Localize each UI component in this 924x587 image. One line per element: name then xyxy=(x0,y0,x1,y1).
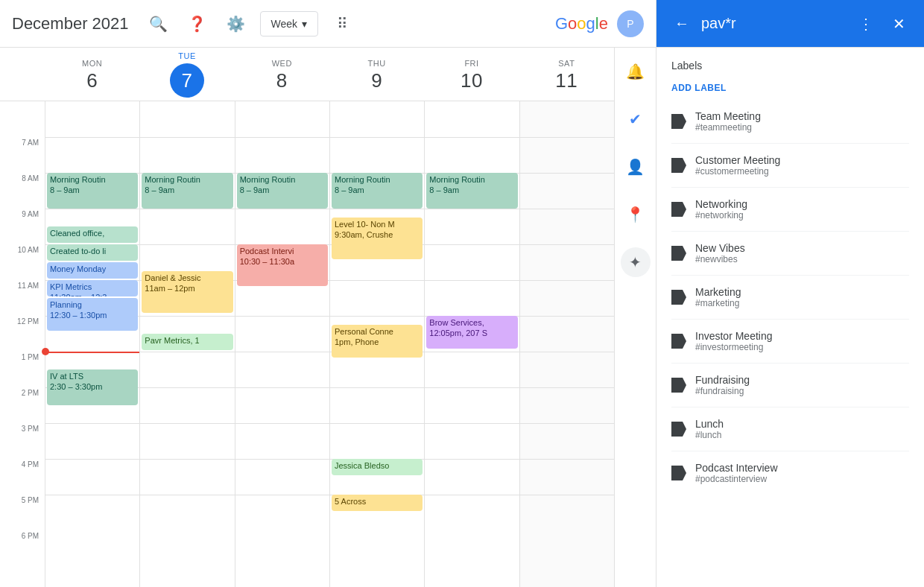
day-header-wed: WED 8 xyxy=(235,48,329,101)
label-name: New Vibes xyxy=(695,242,745,254)
label-hash: #investormeeting xyxy=(695,342,773,352)
location-icon[interactable]: 📍 xyxy=(621,200,651,229)
label-name: Lunch xyxy=(695,418,724,430)
label-item[interactable]: Marketing #marketing xyxy=(671,276,909,320)
label-tag-icon xyxy=(671,290,686,305)
labels-title: Labels xyxy=(671,60,909,72)
morning-routine-thu[interactable]: Morning Routin8 – 9am xyxy=(332,173,423,209)
current-time-dot xyxy=(42,348,49,355)
label-name: Podcast Interview xyxy=(695,462,778,474)
podcast-interview-wed[interactable]: Podcast Intervi10:30 – 11:30a xyxy=(237,244,328,286)
brow-services-fri[interactable]: Brow Services,12:05pm, 207 S xyxy=(426,316,517,349)
panel-back-button[interactable]: ← xyxy=(668,10,695,37)
day-header-mon: MON 6 xyxy=(45,48,139,101)
daniel-jessica-tue[interactable]: Daniel & Jessic11am – 12pm xyxy=(142,271,232,313)
week-selector[interactable]: Week ▾ xyxy=(260,11,319,37)
label-tag-icon xyxy=(671,466,686,480)
label-list: Team Meeting #teammeeting Customer Meeti… xyxy=(656,100,924,587)
panel-close-button[interactable]: ✕ xyxy=(885,10,912,37)
created-todo-mon[interactable]: Created to-do li xyxy=(47,244,138,261)
label-item[interactable]: New Vibes #newvibes xyxy=(671,232,909,276)
morning-routine-mon[interactable]: Morning Routin8 – 9am xyxy=(47,173,138,209)
label-hash: #newvibes xyxy=(695,254,745,264)
label-hash: #customermeeting xyxy=(695,166,780,177)
top-bar: December 2021 🔍 ❓ ⚙️ Week ▾ ⠿ Google P xyxy=(0,0,656,48)
right-panel: ← pav*r ⋮ ✕ Labels ADD LABEL Team Meetin… xyxy=(656,0,924,587)
time-grid: 7 AM 8 AM 9 AM 10 AM 11 AM 12 PM 1 PM 2 … xyxy=(0,101,614,587)
day-header-tue: TUE 7 xyxy=(139,48,234,101)
notification-icon[interactable]: 🔔 xyxy=(621,57,651,86)
label-hash: #networking xyxy=(695,210,747,220)
labels-section: Labels ADD LABEL xyxy=(656,48,924,100)
panel-more-button[interactable]: ⋮ xyxy=(852,10,879,37)
label-name: Fundraising xyxy=(695,374,750,386)
current-time-line xyxy=(45,352,139,353)
add-label-button[interactable]: ADD LABEL xyxy=(671,83,727,93)
level-10-thu[interactable]: Level 10- Non M9:30am, Crushe xyxy=(332,218,423,259)
label-tag-icon xyxy=(671,334,686,349)
day-header-sat: SAT 11 xyxy=(519,48,614,101)
label-tag-icon xyxy=(671,246,686,261)
planning-mon[interactable]: Planning12:30 – 1:30pm xyxy=(47,298,138,331)
apps-icon[interactable]: ✦ xyxy=(621,247,651,277)
day-headers: MON 6 TUE 7 WED 8 THU 9 FRI 10 SAT 11 xyxy=(0,48,614,101)
time-labels: 7 AM 8 AM 9 AM 10 AM 11 AM 12 PM 1 PM 2 … xyxy=(0,101,45,587)
day-col-mon: Morning Routin8 – 9am Cleaned office, Cr… xyxy=(45,101,139,587)
label-tag-icon xyxy=(671,114,686,129)
personal-connect-thu[interactable]: Personal Conne1pm, Phone xyxy=(332,325,423,358)
label-tag-icon xyxy=(671,422,686,437)
help-button[interactable]: ❓ xyxy=(183,9,212,39)
kpi-metrics-mon[interactable]: KPI Metrics11:30am – 12:3 xyxy=(47,280,138,296)
day-col-thu: Morning Routin8 – 9am Level 10- Non M9:3… xyxy=(329,101,424,587)
label-item[interactable]: Lunch #lunch xyxy=(671,407,909,451)
day-header-thu: THU 9 xyxy=(329,48,424,101)
task-icon[interactable]: ✔ xyxy=(621,104,651,134)
label-name: Networking xyxy=(695,198,747,210)
day-header-fri: FRI 10 xyxy=(424,48,519,101)
label-item[interactable]: Customer Meeting #customermeeting xyxy=(671,144,909,188)
panel-title: pav*r xyxy=(701,15,847,32)
label-tag-icon xyxy=(671,158,686,173)
people-icon[interactable]: 👤 xyxy=(621,152,651,182)
calendar-grid: MON 6 TUE 7 WED 8 THU 9 FRI 10 SAT 11 xyxy=(0,48,614,587)
user-avatar[interactable]: P xyxy=(617,10,644,37)
label-name: Customer Meeting xyxy=(695,154,780,166)
morning-routine-fri[interactable]: Morning Routin8 – 9am xyxy=(426,173,517,209)
day-col-tue: Morning Routin8 – 9am Daniel & Jessic11a… xyxy=(139,101,234,587)
label-item[interactable]: Fundraising #fundraising xyxy=(671,364,909,407)
search-button[interactable]: 🔍 xyxy=(144,9,174,39)
day-col-fri: Morning Routin8 – 9am Brow Services,12:0… xyxy=(424,101,519,587)
settings-button[interactable]: ⚙️ xyxy=(221,9,251,39)
label-name: Marketing xyxy=(695,286,741,298)
label-name: Investor Meeting xyxy=(695,330,773,342)
label-item[interactable]: Podcast Interview #podcastinterview xyxy=(671,451,909,495)
side-icons: 🔔 ✔ 👤 📍 ✦ ＋ xyxy=(614,48,656,587)
google-logo: Google xyxy=(555,14,608,34)
label-hash: #lunch xyxy=(695,430,724,440)
five-across-thu[interactable]: 5 Across xyxy=(332,495,423,511)
morning-routine-wed[interactable]: Morning Routin8 – 9am xyxy=(237,173,328,209)
month-title: December 2021 xyxy=(12,14,129,34)
jessica-bledso-thu[interactable]: Jessica Bledso xyxy=(332,459,423,475)
label-hash: #podcastinterview xyxy=(695,474,778,484)
apps-grid-button[interactable]: ⠿ xyxy=(327,9,357,39)
day-col-sat xyxy=(519,101,614,587)
label-hash: #marketing xyxy=(695,298,741,308)
iv-at-lts-mon[interactable]: IV at LTS2:30 – 3:30pm xyxy=(47,369,138,405)
cleaned-office-mon[interactable]: Cleaned office, xyxy=(47,226,138,243)
label-hash: #teammeeting xyxy=(695,122,761,133)
day-col-wed: Morning Routin8 – 9am Podcast Intervi10:… xyxy=(235,101,329,587)
money-monday-mon[interactable]: Money Monday xyxy=(47,262,138,279)
label-hash: #fundraising xyxy=(695,386,750,396)
pavr-metrics-tue[interactable]: Pavr Metrics, 1 xyxy=(142,334,232,350)
label-item[interactable]: Team Meeting #teammeeting xyxy=(671,100,909,144)
label-tag-icon xyxy=(671,202,686,217)
calendar-side: December 2021 🔍 ❓ ⚙️ Week ▾ ⠿ Google P M… xyxy=(0,0,656,587)
label-tag-icon xyxy=(671,378,686,393)
label-item[interactable]: Networking #networking xyxy=(671,188,909,232)
label-item[interactable]: Investor Meeting #investormeeting xyxy=(671,320,909,364)
label-name: Team Meeting xyxy=(695,110,761,122)
panel-header: ← pav*r ⋮ ✕ xyxy=(656,0,924,48)
morning-routine-tue[interactable]: Morning Routin8 – 9am xyxy=(142,173,232,209)
